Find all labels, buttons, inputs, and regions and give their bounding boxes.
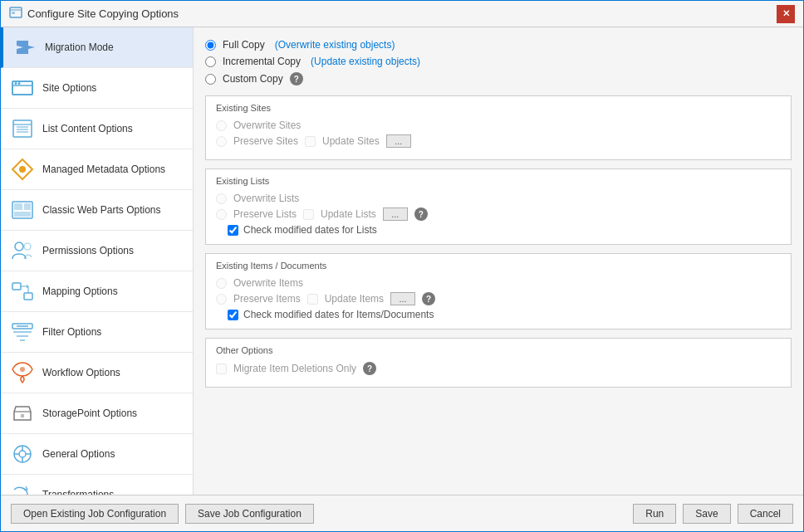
sidebar-item-label: Workflow Options	[42, 367, 120, 378]
svg-point-33	[19, 451, 26, 457]
sidebar-item-label: List Content Options	[42, 123, 133, 134]
incremental-copy-radio[interactable]	[205, 56, 216, 67]
svg-rect-20	[12, 283, 21, 290]
preserve-lists-radio	[216, 209, 227, 220]
sidebar-item-workflow-options[interactable]: Workflow Options	[1, 353, 193, 393]
open-existing-button[interactable]: Open Existing Job Configuration	[11, 504, 179, 524]
existing-sites-title: Existing Sites	[216, 103, 781, 113]
modified-dates-items-label[interactable]: Check modified dates for Items/Documents	[243, 309, 434, 320]
sidebar-item-general-options[interactable]: General Options	[1, 434, 193, 475]
footer: Open Existing Job Configuration Save Job…	[1, 495, 803, 531]
mapping-icon	[9, 278, 36, 305]
sidebar-item-label: Transformations	[42, 489, 114, 495]
modified-dates-lists-label[interactable]: Check modified dates for Lists	[243, 224, 377, 236]
sidebar-item-storagepoint-options[interactable]: StoragePoint Options	[1, 393, 193, 434]
full-copy-radio[interactable]	[205, 40, 216, 51]
other-options-title: Other Options	[216, 345, 781, 355]
other-options-section: Other Options Migrate Item Deletions Onl…	[205, 338, 792, 388]
sidebar-item-label: Mapping Options	[42, 286, 118, 297]
custom-copy-label[interactable]: Custom Copy	[223, 73, 283, 85]
content-area: Full Copy (Overwrite existing objects) I…	[194, 27, 803, 495]
title-bar: Configure Site Copying Options ✕	[1, 1, 803, 27]
svg-rect-21	[24, 293, 32, 300]
existing-lists-title: Existing Lists	[216, 176, 781, 186]
metadata-icon	[9, 156, 36, 183]
update-items-config-btn: ...	[390, 292, 415, 305]
workflow-icon	[9, 359, 36, 386]
sidebar-item-list-content-options[interactable]: List Content Options	[1, 109, 193, 149]
sidebar-item-label: Migration Mode	[45, 41, 114, 53]
sidebar-item-label: Site Options	[42, 82, 96, 94]
overwrite-items-radio	[216, 278, 227, 289]
custom-copy-row: Custom Copy ?	[205, 72, 792, 85]
transform-icon	[9, 481, 36, 495]
preserve-items-row: Preserve Items Update Items ... ?	[216, 292, 781, 305]
update-lists-label: Update Lists	[321, 208, 376, 220]
modified-dates-lists-checkbox[interactable]	[228, 225, 238, 236]
overwrite-sites-row: Overwrite Sites	[216, 120, 781, 131]
existing-lists-section: Existing Lists Overwrite Lists Preserve …	[205, 168, 792, 245]
svg-rect-15	[14, 203, 22, 210]
sidebar-item-migration-mode[interactable]: Migration Mode	[1, 27, 193, 68]
preserve-lists-row: Preserve Lists Update Lists ... ?	[216, 207, 781, 221]
sidebar: Migration Mode Site Options	[1, 27, 194, 495]
update-items-checkbox	[307, 294, 318, 305]
sidebar-item-filter-options[interactable]: Filter Options	[1, 312, 193, 353]
overwrite-sites-radio	[216, 120, 227, 131]
svg-rect-16	[24, 203, 31, 210]
deletions-help-icon[interactable]: ?	[363, 362, 376, 375]
svg-point-19	[24, 243, 31, 250]
sidebar-item-transformations[interactable]: Transformations	[1, 475, 193, 495]
custom-copy-radio[interactable]	[205, 74, 216, 85]
modified-dates-lists-row: Check modified dates for Lists	[216, 224, 781, 236]
preserve-lists-label: Preserve Lists	[233, 208, 297, 220]
dialog-window: Configure Site Copying Options ✕ Migrati…	[0, 0, 804, 532]
preserve-sites-row: Preserve Sites Update Sites ...	[216, 134, 781, 148]
existing-items-title: Existing Items / Documents	[216, 261, 781, 271]
storage-icon	[9, 400, 36, 427]
preserve-sites-label: Preserve Sites	[233, 135, 298, 147]
incremental-copy-row: Incremental Copy (Update existing object…	[205, 56, 792, 67]
sidebar-item-label: Classic Web Parts Options	[42, 204, 161, 216]
update-items-label: Update Items	[325, 293, 384, 305]
close-button[interactable]: ✕	[777, 5, 795, 23]
incremental-copy-label[interactable]: Incremental Copy	[223, 56, 301, 67]
overwrite-sites-label: Overwrite Sites	[233, 120, 301, 131]
sidebar-item-permissions-options[interactable]: Permissions Options	[1, 231, 193, 271]
svg-rect-8	[13, 120, 32, 137]
update-sites-config-btn: ...	[386, 134, 411, 148]
migrate-deletions-row: Migrate Item Deletions Only ?	[216, 362, 781, 375]
run-button[interactable]: Run	[633, 504, 676, 524]
title-bar-left: Configure Site Copying Options	[9, 6, 179, 22]
save-button[interactable]: Save	[683, 504, 730, 524]
update-sites-label: Update Sites	[322, 135, 380, 147]
modified-dates-items-checkbox[interactable]	[228, 310, 238, 320]
update-sites-checkbox	[305, 136, 316, 147]
lists-help-icon[interactable]: ?	[414, 207, 428, 221]
svg-rect-17	[14, 212, 31, 217]
cancel-button[interactable]: Cancel	[738, 504, 793, 524]
existing-items-section: Existing Items / Documents Overwrite Ite…	[205, 253, 792, 329]
svg-rect-2	[12, 12, 15, 14]
svg-point-13	[19, 166, 26, 173]
items-help-icon[interactable]: ?	[422, 292, 435, 305]
general-icon	[9, 441, 36, 467]
sidebar-item-mapping-options[interactable]: Mapping Options	[1, 271, 193, 312]
svg-point-18	[15, 242, 23, 251]
sidebar-item-site-options[interactable]: Site Options	[1, 68, 193, 109]
window-icon	[9, 6, 22, 22]
sidebar-item-managed-metadata-options[interactable]: Managed Metadata Options	[1, 149, 193, 190]
custom-copy-help-icon[interactable]: ?	[290, 72, 303, 85]
full-copy-note: (Overwrite existing objects)	[275, 39, 395, 51]
migration-icon	[12, 34, 38, 61]
sidebar-item-label: Filter Options	[42, 326, 101, 338]
save-job-button[interactable]: Save Job Configuration	[185, 504, 314, 524]
sidebar-item-label: Managed Metadata Options	[42, 164, 165, 175]
svg-marker-3	[17, 41, 35, 54]
svg-point-6	[15, 82, 17, 85]
svg-rect-31	[21, 414, 24, 417]
full-copy-label[interactable]: Full Copy	[223, 39, 265, 51]
migrate-deletions-label: Migrate Item Deletions Only	[233, 363, 356, 374]
sidebar-item-classic-web-parts-options[interactable]: Classic Web Parts Options	[1, 190, 193, 231]
filter-icon	[9, 319, 36, 345]
